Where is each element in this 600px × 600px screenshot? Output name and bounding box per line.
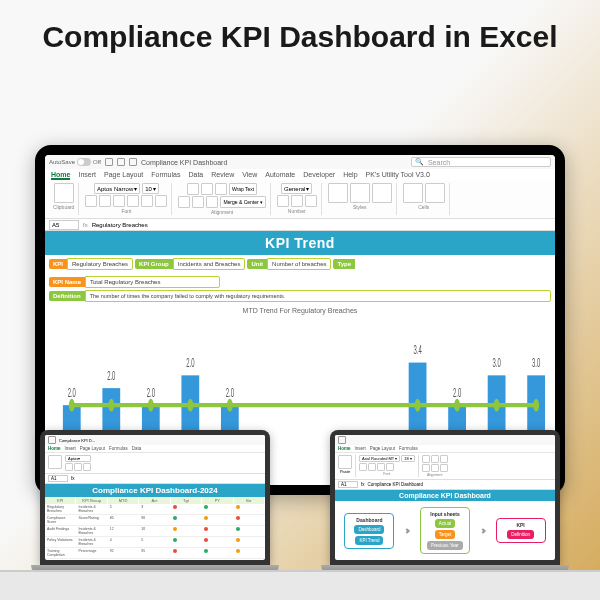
save-icon[interactable]: [105, 158, 113, 166]
kpi-trend-banner: KPI Trend: [45, 231, 555, 255]
tab-page-layout[interactable]: Page Layout: [104, 171, 143, 180]
filter-group: KPI GroupIncidents and Breaches: [135, 258, 245, 270]
filter-unit: UnitNumber of breaches: [247, 258, 331, 270]
fill-button[interactable]: [141, 195, 153, 207]
cond-fmt-button[interactable]: [328, 183, 348, 203]
group-styles: Styles: [324, 183, 397, 215]
ribbon-l2: Paste Arial Rounded MT▾18▾ Font Alignmen…: [335, 453, 555, 480]
bold-button[interactable]: [85, 195, 97, 207]
group-font: Aptos Narrow▾10▾ Font: [81, 183, 172, 215]
svg-text:2.0: 2.0: [453, 385, 462, 399]
svg-point-16: [494, 399, 500, 412]
paste-button[interactable]: [48, 455, 62, 469]
svg-text:3.0: 3.0: [492, 355, 501, 369]
merge-button[interactable]: Merge & Center▾: [220, 196, 265, 208]
table-row: Incidents ReportedIncidents & Breaches86: [45, 559, 265, 560]
tab-home[interactable]: Home: [51, 171, 70, 180]
search-input[interactable]: 🔍 Search: [411, 157, 551, 167]
border-button[interactable]: [127, 195, 139, 207]
formula-text[interactable]: Regulatory Breaches: [92, 222, 148, 228]
kpi-table[interactable]: KPIKPI GroupMTDActTgtPYVar Regulatory Br…: [45, 497, 265, 560]
font-dd[interactable]: Aptos▾: [65, 455, 91, 462]
align-left[interactable]: [178, 196, 190, 208]
nav-prev-year[interactable]: Previous Year: [427, 541, 463, 550]
redo-icon[interactable]: [129, 158, 137, 166]
table-row: Audit FindingsIncidents & Breaches1210: [45, 526, 265, 537]
fx-icon[interactable]: fx: [83, 222, 88, 228]
titlebar-l2: [335, 435, 555, 445]
tab-automate[interactable]: Automate: [265, 171, 295, 180]
ribbon-tabs[interactable]: Home Insert Page Layout Formulas Data Re…: [45, 169, 555, 180]
align-bot[interactable]: [215, 183, 227, 195]
underline-button[interactable]: [377, 463, 385, 471]
group-alignment: Wrap Text Merge & Center▾ Alignment: [174, 183, 270, 215]
tab-developer[interactable]: Developer: [303, 171, 335, 180]
svg-point-14: [415, 399, 421, 412]
table-row: Regulatory BreachesIncidents & Breaches5…: [45, 504, 265, 515]
filter-type: Type: [333, 258, 355, 270]
filter-kpi: KPIRegulatory Breaches: [49, 258, 133, 270]
titlebar: AutoSaveOff Compliance KPI Dashboard 🔍 S…: [45, 155, 555, 169]
delete-cells[interactable]: [425, 183, 445, 203]
svg-text:3.4: 3.4: [413, 343, 422, 357]
group-clipboard: Clipboard: [49, 183, 79, 215]
laptop-left: Compliance KPI D... HomeInsertPage Layou…: [40, 430, 270, 590]
tab-view[interactable]: View: [242, 171, 257, 180]
italic-button[interactable]: [368, 463, 376, 471]
ribbon-tabs-l2[interactable]: HomeInsertPage LayoutFormulas: [335, 445, 555, 453]
tab-utility[interactable]: PK's Utility Tool V3.0: [366, 171, 430, 180]
nav-diagram: Dashboard Dashboard KPI Trend Input shee…: [335, 501, 555, 560]
nav-kpi-trend[interactable]: KPI Trend: [355, 536, 383, 545]
name-box[interactable]: A5: [49, 220, 79, 230]
wrap-text-button[interactable]: Wrap Text: [229, 183, 257, 195]
laptop-right: HomeInsertPage LayoutFormulas Paste Aria…: [330, 430, 560, 590]
percent-button[interactable]: [291, 195, 303, 207]
nav-actual[interactable]: Actual: [435, 519, 456, 528]
nav-definition[interactable]: Definition: [507, 530, 534, 539]
align-mid[interactable]: [201, 183, 213, 195]
comma-button[interactable]: [305, 195, 317, 207]
bold-button[interactable]: [359, 463, 367, 471]
font-name-dd[interactable]: Aptos Narrow▾: [94, 183, 140, 194]
underline-button[interactable]: [113, 195, 125, 207]
dashboard-banner-l2: Compliance KPI Dashboard: [335, 490, 555, 501]
tab-data[interactable]: Data: [188, 171, 203, 180]
formula-bar: A5 fx Regulatory Breaches: [45, 219, 555, 231]
group-cells: Cells: [399, 183, 450, 215]
tab-help[interactable]: Help: [343, 171, 357, 180]
nav-dashboard[interactable]: Dashboard: [354, 525, 384, 534]
svg-point-17: [533, 399, 539, 412]
undo-icon[interactable]: [117, 158, 125, 166]
svg-text:2.0: 2.0: [186, 355, 195, 369]
insert-cells[interactable]: [403, 183, 423, 203]
paste-button[interactable]: [338, 455, 352, 469]
font-size-dd[interactable]: 18▾: [401, 455, 414, 462]
align-top[interactable]: [187, 183, 199, 195]
align-center[interactable]: [192, 196, 204, 208]
font-color-button[interactable]: [155, 195, 167, 207]
italic-button[interactable]: [99, 195, 111, 207]
currency-button[interactable]: [277, 195, 289, 207]
tab-insert[interactable]: Insert: [78, 171, 96, 180]
align-right[interactable]: [206, 196, 218, 208]
number-format-dd[interactable]: General▾: [281, 183, 312, 194]
save-icon[interactable]: [48, 436, 56, 444]
filter-definition: DefinitionThe number of times the compan…: [49, 290, 551, 302]
paste-button[interactable]: [54, 183, 74, 203]
tab-formulas[interactable]: Formulas: [151, 171, 180, 180]
table-row: Compliance ScoreScore/Rating8590: [45, 515, 265, 526]
cell-styles-button[interactable]: [372, 183, 392, 203]
tab-review[interactable]: Review: [211, 171, 234, 180]
nav-target[interactable]: Target: [435, 530, 456, 539]
autosave-toggle[interactable]: AutoSaveOff: [49, 158, 101, 166]
ribbon-tabs-l1[interactable]: HomeInsertPage LayoutFormulasData: [45, 445, 265, 453]
filter-row: KPIRegulatory Breaches KPI GroupIncident…: [45, 255, 555, 273]
font-size-dd[interactable]: 10▾: [142, 183, 159, 194]
panel-input: Input sheets Actual Target Previous Year: [420, 507, 470, 554]
svg-text:3.0: 3.0: [532, 355, 541, 369]
chart-title: MTD Trend For Regulatory Breaches: [45, 305, 555, 316]
svg-point-11: [148, 399, 154, 412]
font-name-dd[interactable]: Arial Rounded MT▾: [359, 455, 400, 462]
save-icon[interactable]: [338, 436, 346, 444]
fmt-table-button[interactable]: [350, 183, 370, 203]
